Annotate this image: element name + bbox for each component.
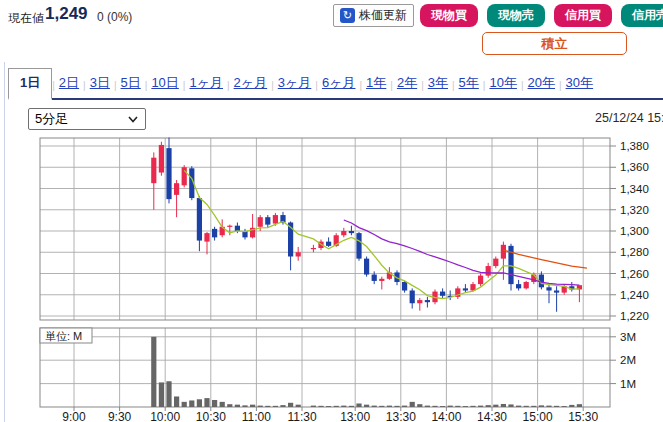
price-volume-chart: 単位: M1,2201,2401,2601,2801,3001,3201,340… — [0, 130, 663, 422]
candles — [151, 138, 582, 312]
current-price-value: 1,249 — [45, 4, 88, 24]
volume-tick-label: 3M — [620, 331, 636, 343]
margin-sell-button[interactable]: 信用売 — [621, 4, 663, 27]
time-tick-label: 15:00 — [523, 410, 553, 422]
time-tick-label: 9:30 — [108, 410, 132, 422]
tab-1month[interactable]: 1ヶ月 — [185, 74, 227, 98]
chart-datetime-label: 25/12/24 15:30 — [595, 111, 663, 125]
tab-30year[interactable]: 30年 — [562, 74, 597, 98]
tab-1day[interactable]: 1日 — [8, 68, 52, 100]
price-tick-label: 1,340 — [620, 183, 649, 195]
time-tick-label: 10:00 — [150, 410, 180, 422]
time-tick-label: 11:00 — [242, 410, 271, 422]
refresh-button-label: 株価更新 — [359, 7, 407, 24]
price-tick-label: 1,240 — [620, 289, 649, 301]
price-tick-label: 1,220 — [620, 310, 649, 322]
price-tick-label: 1,260 — [620, 268, 649, 280]
time-tick-label: 10:30 — [196, 410, 226, 422]
price-tick-label: 1,360 — [620, 161, 649, 173]
price-tick-label: 1,320 — [620, 204, 649, 216]
time-tick-label: 14:30 — [477, 410, 507, 422]
tab-5day[interactable]: 5日 — [117, 74, 145, 98]
order-buttons-row: 現物買現物売信用買信用売 — [420, 4, 663, 27]
cash-buy-button[interactable]: 現物買 — [420, 4, 478, 27]
tab-6month[interactable]: 6ヶ月 — [318, 74, 360, 98]
tab-3month[interactable]: 3ヶ月 — [274, 74, 316, 98]
cash-sell-button[interactable]: 現物売 — [487, 4, 545, 27]
refresh-icon: ↻ — [340, 8, 355, 23]
tab-20year[interactable]: 20年 — [524, 74, 559, 98]
current-price-label: 現在値 — [8, 10, 44, 27]
price-tick-label: 1,280 — [620, 246, 649, 258]
time-tick-label: 13:00 — [340, 410, 370, 422]
interval-select-value: 5分足 — [29, 110, 128, 128]
chevron-down-icon — [128, 116, 138, 123]
tab-3day[interactable]: 3日 — [86, 74, 114, 98]
period-tab-bar: 1日|2日|3日|5日|10日|1ヶ月|2ヶ月|3ヶ月|6ヶ月|1年|2年|3年… — [8, 70, 663, 100]
interval-select[interactable]: 5分足 — [28, 108, 146, 130]
tab-2month[interactable]: 2ヶ月 — [230, 74, 272, 98]
refresh-quote-button[interactable]: ↻ 株価更新 — [333, 4, 414, 27]
tab-5year[interactable]: 5年 — [455, 74, 483, 98]
volume-bars — [151, 337, 582, 407]
price-change-value: 0 (0%) — [97, 10, 132, 24]
overlay-line — [503, 250, 587, 268]
volume-tick-label: 2M — [620, 354, 636, 366]
tsumitate-button[interactable]: 積立 — [482, 32, 627, 55]
price-tick-label: 1,380 — [620, 140, 649, 152]
time-tick-label: 15:30 — [568, 410, 598, 422]
tab-3year[interactable]: 3年 — [424, 74, 452, 98]
volume-tick-label: 1M — [620, 378, 636, 390]
price-tick-label: 1,300 — [620, 225, 649, 237]
tab-10day[interactable]: 10日 — [147, 74, 182, 98]
time-tick-label: 9:00 — [62, 410, 86, 422]
tab-1year[interactable]: 1年 — [362, 74, 390, 98]
time-tick-label: 13:30 — [386, 410, 416, 422]
tab-2day[interactable]: 2日 — [55, 74, 83, 98]
stock-chart-screen: 現在値 1,249 0 (0%) ↻ 株価更新 現物買現物売信用買信用売 積立 … — [0, 0, 663, 422]
volume-unit-label: 単位: M — [45, 330, 82, 342]
time-tick-label: 11:30 — [287, 410, 316, 422]
tab-2year[interactable]: 2年 — [393, 74, 421, 98]
tab-10year[interactable]: 10年 — [485, 74, 520, 98]
margin-buy-button[interactable]: 信用買 — [554, 4, 612, 27]
time-tick-label: 14:00 — [431, 410, 461, 422]
